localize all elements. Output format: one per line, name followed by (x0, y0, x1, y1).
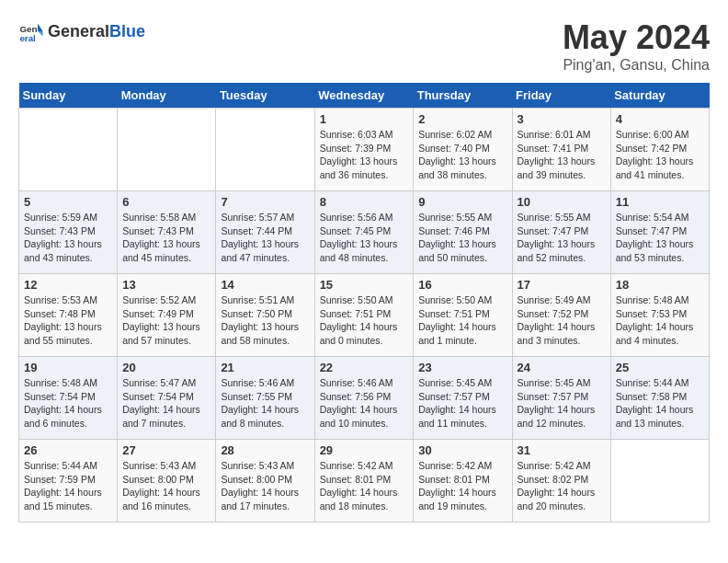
calendar-week-3: 12Sunrise: 5:53 AM Sunset: 7:48 PM Dayli… (19, 274, 710, 357)
day-info: Sunrise: 6:03 AM Sunset: 7:39 PM Dayligh… (320, 128, 409, 182)
calendar-cell: 8Sunrise: 5:56 AM Sunset: 7:45 PM Daylig… (314, 191, 414, 274)
calendar-week-2: 5Sunrise: 5:59 AM Sunset: 7:43 PM Daylig… (19, 191, 710, 274)
day-number: 8 (320, 195, 409, 209)
calendar-cell: 22Sunrise: 5:46 AM Sunset: 7:56 PM Dayli… (314, 357, 414, 440)
day-number: 26 (24, 443, 112, 457)
day-info: Sunrise: 5:44 AM Sunset: 7:58 PM Dayligh… (616, 376, 704, 431)
day-number: 19 (24, 361, 112, 374)
day-info: Sunrise: 5:42 AM Sunset: 8:01 PM Dayligh… (418, 459, 506, 513)
day-info: Sunrise: 5:50 AM Sunset: 7:51 PM Dayligh… (320, 293, 409, 348)
day-header-sunday: Sunday (19, 83, 118, 109)
calendar-week-1: 1Sunrise: 6:03 AM Sunset: 7:39 PM Daylig… (19, 109, 710, 191)
calendar-cell: 12Sunrise: 5:53 AM Sunset: 7:48 PM Dayli… (19, 274, 118, 357)
calendar-cell: 6Sunrise: 5:58 AM Sunset: 7:43 PM Daylig… (118, 191, 216, 274)
day-number: 22 (320, 361, 409, 374)
calendar-cell: 3Sunrise: 6:01 AM Sunset: 7:41 PM Daylig… (512, 109, 610, 191)
day-number: 24 (518, 361, 606, 374)
day-info: Sunrise: 6:01 AM Sunset: 7:41 PM Dayligh… (518, 128, 606, 182)
calendar-cell (118, 109, 216, 191)
calendar-cell: 9Sunrise: 5:55 AM Sunset: 7:46 PM Daylig… (414, 191, 512, 274)
calendar-cell: 28Sunrise: 5:43 AM Sunset: 8:00 PM Dayli… (216, 440, 314, 523)
day-info: Sunrise: 5:50 AM Sunset: 7:51 PM Dayligh… (418, 293, 506, 348)
day-info: Sunrise: 5:45 AM Sunset: 7:57 PM Dayligh… (418, 376, 506, 431)
day-info: Sunrise: 5:49 AM Sunset: 7:52 PM Dayligh… (518, 293, 606, 348)
day-number: 16 (418, 278, 506, 292)
calendar-cell: 19Sunrise: 5:48 AM Sunset: 7:54 PM Dayli… (19, 357, 118, 440)
calendar-cell: 21Sunrise: 5:46 AM Sunset: 7:55 PM Dayli… (216, 357, 314, 440)
subtitle: Ping'an, Gansu, China (563, 57, 710, 74)
calendar-cell: 2Sunrise: 6:02 AM Sunset: 7:40 PM Daylig… (414, 109, 512, 191)
day-number: 12 (24, 278, 112, 292)
calendar-cell: 25Sunrise: 5:44 AM Sunset: 7:58 PM Dayli… (610, 357, 709, 440)
svg-text:eral: eral (19, 33, 36, 43)
day-info: Sunrise: 5:42 AM Sunset: 8:02 PM Dayligh… (518, 459, 606, 513)
calendar-cell: 18Sunrise: 5:48 AM Sunset: 7:53 PM Dayli… (610, 274, 709, 357)
day-number: 23 (418, 361, 506, 374)
calendar-cell: 26Sunrise: 5:44 AM Sunset: 7:59 PM Dayli… (19, 440, 118, 523)
header: Gen eral GeneralBlue May 2024 Ping'an, G… (18, 18, 710, 74)
day-info: Sunrise: 5:51 AM Sunset: 7:50 PM Dayligh… (221, 293, 309, 348)
day-number: 18 (616, 278, 704, 292)
day-info: Sunrise: 5:55 AM Sunset: 7:47 PM Dayligh… (518, 211, 606, 265)
calendar-body: 1Sunrise: 6:03 AM Sunset: 7:39 PM Daylig… (19, 109, 710, 523)
calendar-week-4: 19Sunrise: 5:48 AM Sunset: 7:54 PM Dayli… (19, 357, 710, 440)
day-number: 20 (122, 361, 210, 374)
svg-marker-3 (38, 31, 43, 37)
day-number: 1 (320, 112, 409, 126)
day-number: 27 (122, 443, 210, 457)
day-header-thursday: Thursday (414, 83, 512, 109)
day-number: 28 (221, 443, 309, 457)
calendar-cell: 30Sunrise: 5:42 AM Sunset: 8:01 PM Dayli… (414, 440, 512, 523)
calendar-cell: 23Sunrise: 5:45 AM Sunset: 7:57 PM Dayli… (414, 357, 512, 440)
day-number: 21 (221, 361, 309, 374)
day-info: Sunrise: 6:02 AM Sunset: 7:40 PM Dayligh… (418, 128, 506, 182)
day-info: Sunrise: 5:54 AM Sunset: 7:47 PM Dayligh… (616, 211, 704, 265)
day-info: Sunrise: 5:42 AM Sunset: 8:01 PM Dayligh… (320, 459, 409, 513)
day-info: Sunrise: 5:45 AM Sunset: 7:57 PM Dayligh… (518, 376, 606, 431)
calendar-cell: 14Sunrise: 5:51 AM Sunset: 7:50 PM Dayli… (216, 274, 314, 357)
day-info: Sunrise: 5:52 AM Sunset: 7:49 PM Dayligh… (122, 293, 210, 348)
logo-text-general: General (48, 22, 109, 40)
day-number: 10 (518, 195, 606, 209)
day-header-tuesday: Tuesday (216, 83, 314, 109)
day-number: 31 (518, 443, 606, 457)
day-header-friday: Friday (512, 83, 610, 109)
calendar-cell: 29Sunrise: 5:42 AM Sunset: 8:01 PM Dayli… (314, 440, 414, 523)
calendar-cell: 10Sunrise: 5:55 AM Sunset: 7:47 PM Dayli… (512, 191, 610, 274)
day-info: Sunrise: 5:59 AM Sunset: 7:43 PM Dayligh… (24, 211, 112, 265)
calendar-cell: 24Sunrise: 5:45 AM Sunset: 7:57 PM Dayli… (512, 357, 610, 440)
calendar-cell: 5Sunrise: 5:59 AM Sunset: 7:43 PM Daylig… (19, 191, 118, 274)
day-number: 11 (616, 195, 704, 209)
day-info: Sunrise: 5:48 AM Sunset: 7:54 PM Dayligh… (24, 376, 112, 431)
day-info: Sunrise: 5:55 AM Sunset: 7:46 PM Dayligh… (418, 211, 506, 265)
calendar-cell (216, 109, 314, 191)
calendar-cell: 11Sunrise: 5:54 AM Sunset: 7:47 PM Dayli… (610, 191, 709, 274)
day-header-monday: Monday (118, 83, 216, 109)
calendar-week-5: 26Sunrise: 5:44 AM Sunset: 7:59 PM Dayli… (19, 440, 710, 523)
day-number: 25 (616, 361, 704, 374)
main-title: May 2024 (563, 18, 710, 57)
day-number: 5 (24, 195, 112, 209)
logo: Gen eral GeneralBlue (18, 18, 145, 44)
day-number: 29 (320, 443, 409, 457)
day-number: 15 (320, 278, 409, 292)
calendar-cell: 1Sunrise: 6:03 AM Sunset: 7:39 PM Daylig… (314, 109, 414, 191)
day-number: 14 (221, 278, 309, 292)
logo-text-blue: Blue (109, 22, 145, 40)
day-info: Sunrise: 5:53 AM Sunset: 7:48 PM Dayligh… (24, 293, 112, 348)
day-info: Sunrise: 5:56 AM Sunset: 7:45 PM Dayligh… (320, 211, 409, 265)
calendar-cell: 27Sunrise: 5:43 AM Sunset: 8:00 PM Dayli… (118, 440, 216, 523)
calendar-cell (19, 109, 118, 191)
calendar-cell (610, 440, 709, 523)
logo-icon: Gen eral (18, 18, 44, 44)
day-info: Sunrise: 5:46 AM Sunset: 7:55 PM Dayligh… (221, 376, 309, 431)
day-number: 30 (418, 443, 506, 457)
day-number: 13 (122, 278, 210, 292)
calendar-cell: 16Sunrise: 5:50 AM Sunset: 7:51 PM Dayli… (414, 274, 512, 357)
day-number: 2 (418, 112, 506, 126)
day-info: Sunrise: 5:46 AM Sunset: 7:56 PM Dayligh… (320, 376, 409, 431)
day-number: 7 (221, 195, 309, 209)
day-info: Sunrise: 5:43 AM Sunset: 8:00 PM Dayligh… (122, 459, 210, 513)
title-area: May 2024 Ping'an, Gansu, China (563, 18, 710, 74)
day-number: 9 (418, 195, 506, 209)
